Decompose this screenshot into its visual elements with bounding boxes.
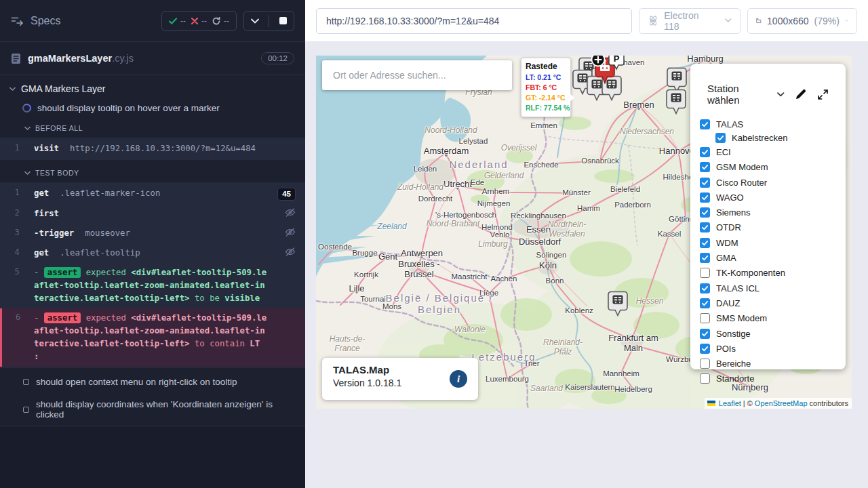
layer-item-siemens[interactable]: Siemens: [700, 205, 846, 220]
command-indicator: [273, 207, 305, 217]
layer-item-gsm-modem[interactable]: GSM Modem: [700, 160, 846, 175]
layer-item-talas-icl[interactable]: TALAS ICL: [700, 281, 846, 296]
station-marker[interactable]: [608, 291, 628, 319]
layer-checkbox[interactable]: [700, 298, 710, 308]
layer-item-dauz[interactable]: DAUZ: [700, 296, 846, 310]
layer-item-bereiche[interactable]: Bereiche: [700, 356, 846, 371]
layer-checkbox[interactable]: [700, 253, 710, 263]
marker-tooltip[interactable]: Rastede LT: 0.21 °CFBT: 6 °CGT: -2.14 °C…: [521, 58, 571, 117]
collapse-button[interactable]: [247, 12, 263, 30]
layer-item-sms-modem[interactable]: SMS Modem: [700, 311, 846, 326]
layer-label: OTDR: [716, 222, 741, 232]
command-row-6[interactable]: 6- assert expected <div#leaflet-tooltip-…: [0, 308, 305, 367]
layer-checkbox[interactable]: [700, 192, 710, 203]
station-select[interactable]: Station wählen: [707, 83, 785, 106]
url-input[interactable]: [316, 8, 632, 34]
check-icon: [169, 18, 177, 24]
layer-item-otdr[interactable]: OTDR: [700, 220, 846, 235]
aut-panel: Electron 118 1000x660 (79%): [305, 0, 868, 488]
expand-button[interactable]: [816, 87, 829, 101]
spec-file-row[interactable]: gmaMarkersLayer.cy.js 00:12: [0, 42, 305, 75]
command-text: visithttp://192.168.10.33:3000/?m=12&u=4…: [34, 142, 305, 155]
layer-item-kabelstrecken[interactable]: Kabelstrecken: [715, 131, 846, 144]
before-all-label: BEFORE ALL: [35, 124, 83, 132]
layer-item-gma[interactable]: GMA: [700, 250, 846, 265]
test-body-header[interactable]: TEST BODY: [0, 163, 305, 180]
layer-item-eci[interactable]: ECI: [700, 144, 846, 159]
tooltip-value-row: FBT: 6 °C: [526, 83, 566, 93]
layer-checkbox[interactable]: [700, 268, 710, 278]
leaflet-map[interactable]: HamburgBremerhavenBremenNiedersachsenEmm…: [316, 56, 852, 409]
layer-label: Kabelstrecken: [732, 133, 787, 143]
layer-checkbox[interactable]: [700, 222, 710, 232]
running-spinner-icon: [22, 104, 31, 113]
command-row-4[interactable]: 4get.leaflet-tooltip: [0, 243, 305, 263]
station-select-label: Station wählen: [707, 83, 770, 106]
layer-checkbox[interactable]: [700, 313, 710, 323]
parking-marker[interactable]: P: [608, 56, 625, 73]
command-number: 4: [0, 247, 34, 257]
stop-icon: [279, 17, 287, 24]
attribution-rest: contributors: [810, 399, 848, 407]
layer-item-talas[interactable]: TALAS: [700, 117, 846, 131]
command-row-3[interactable]: 3-triggermouseover: [0, 224, 305, 243]
pending-test-row-2[interactable]: should display coordinates when 'Koordin…: [0, 393, 305, 426]
edit-button[interactable]: [794, 87, 807, 101]
command-number: 6: [2, 312, 34, 322]
info-icon[interactable]: i: [450, 370, 467, 388]
layer-checkbox[interactable]: [715, 133, 726, 143]
layer-checkbox[interactable]: [700, 344, 710, 354]
pending-test-row-1[interactable]: should open context menu on right-click …: [0, 371, 305, 393]
search-input[interactable]: [322, 60, 512, 90]
specs-button[interactable]: Specs: [11, 15, 60, 27]
browser-select[interactable]: Electron 118: [639, 8, 741, 34]
add-marker-button[interactable]: [591, 56, 606, 70]
layer-label: GSM Modem: [716, 162, 768, 172]
assert-mid: to contain: [190, 339, 250, 348]
before-all-header[interactable]: BEFORE ALL: [0, 118, 305, 136]
check-icon: [701, 330, 709, 338]
layer-checkbox[interactable]: [700, 238, 710, 248]
layer-item-sonstige[interactable]: Sonstige: [700, 326, 846, 341]
command-row-2[interactable]: 2first: [0, 204, 305, 224]
layer-checkbox[interactable]: [700, 329, 710, 339]
command-number: 1: [0, 187, 34, 197]
station-marker[interactable]: [666, 89, 686, 117]
app-name: TALAS.Map: [333, 364, 467, 375]
layer-item-wdm[interactable]: WDM: [700, 235, 846, 250]
osm-link[interactable]: OpenStreetMap: [755, 399, 808, 407]
stat-failed: --: [191, 16, 207, 26]
layer-label: TALAS ICL: [716, 283, 760, 293]
command-row-5[interactable]: 5- assert expected <div#leaflet-tooltip-…: [0, 263, 305, 308]
command-text: first: [34, 207, 273, 220]
layer-checkbox[interactable]: [700, 373, 710, 384]
layer-checkbox[interactable]: [700, 147, 710, 157]
layer-checkbox[interactable]: [700, 162, 710, 172]
viewport-select[interactable]: 1000x660 (79%): [747, 8, 857, 34]
active-test-row[interactable]: should display tooltip on hover over a m…: [0, 98, 305, 118]
layer-checkbox[interactable]: [700, 119, 710, 129]
suite-title: GMA Markers Layer: [21, 83, 105, 94]
x-icon: [191, 18, 198, 24]
layer-checkbox[interactable]: [700, 207, 710, 218]
layer-item-standorte[interactable]: Standorte: [700, 371, 846, 386]
layer-checkbox[interactable]: [700, 178, 710, 188]
layer-label: POIs: [716, 344, 736, 354]
command-row-1[interactable]: 1get.leaflet-marker-icon45: [0, 184, 305, 204]
command-row-visit[interactable]: 1 visithttp://192.168.10.33:3000/?m=12&u…: [0, 139, 305, 159]
layer-checkbox[interactable]: [700, 359, 710, 369]
command-indicator: [273, 266, 305, 267]
version-box: TALAS.Map Version 1.0.18.1 i: [322, 358, 478, 400]
suite-row[interactable]: GMA Markers Layer: [0, 75, 305, 98]
layer-item-tk-komponenten[interactable]: TK-Komponenten: [700, 266, 846, 281]
layer-item-cisco-router[interactable]: Cisco Router: [700, 175, 846, 190]
leaflet-link[interactable]: Leaflet: [719, 399, 741, 407]
layer-item-pois[interactable]: POIs: [700, 341, 846, 356]
layer-checkbox[interactable]: [700, 283, 710, 293]
check-icon: [701, 148, 709, 156]
attribution-sep: | ©: [743, 399, 753, 407]
tooltip-value-row: LT: 0.21 °C: [526, 73, 566, 83]
layer-item-wago[interactable]: WAGO: [700, 190, 846, 205]
stop-button[interactable]: [275, 12, 291, 30]
viewport-zoom: (79%): [814, 16, 840, 26]
